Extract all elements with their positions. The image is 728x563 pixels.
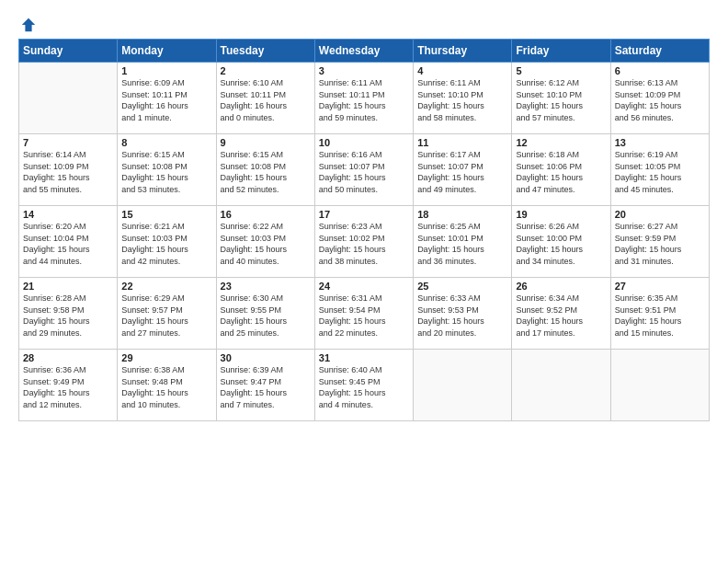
day-info: Sunrise: 6:15 AM Sunset: 10:08 PM Daylig… [121, 149, 211, 195]
calendar-cell: 12Sunrise: 6:18 AM Sunset: 10:06 PM Dayl… [512, 134, 610, 206]
calendar-week-row: 1Sunrise: 6:09 AM Sunset: 10:11 PM Dayli… [19, 63, 710, 134]
day-info: Sunrise: 6:13 AM Sunset: 10:09 PM Daylig… [615, 77, 705, 123]
day-number: 23 [221, 281, 311, 292]
day-number: 17 [319, 209, 409, 220]
day-number: 1 [121, 65, 211, 76]
day-number: 7 [23, 137, 113, 148]
day-number: 12 [516, 137, 606, 148]
calendar-cell: 22Sunrise: 6:29 AM Sunset: 9:57 PM Dayli… [118, 278, 216, 350]
day-number: 18 [417, 209, 507, 220]
day-info: Sunrise: 6:28 AM Sunset: 9:58 PM Dayligh… [23, 293, 113, 339]
day-info: Sunrise: 6:35 AM Sunset: 9:51 PM Dayligh… [615, 293, 705, 339]
calendar-cell: 3Sunrise: 6:11 AM Sunset: 10:11 PM Dayli… [314, 63, 413, 134]
day-info: Sunrise: 6:25 AM Sunset: 10:01 PM Daylig… [417, 221, 507, 267]
calendar-cell: 4Sunrise: 6:11 AM Sunset: 10:10 PM Dayli… [414, 63, 512, 134]
day-number: 11 [417, 137, 507, 148]
calendar-cell: 6Sunrise: 6:13 AM Sunset: 10:09 PM Dayli… [610, 63, 709, 134]
calendar-day-header: Tuesday [216, 40, 314, 63]
day-number: 20 [615, 209, 705, 220]
day-number: 13 [615, 137, 705, 148]
day-info: Sunrise: 6:34 AM Sunset: 9:52 PM Dayligh… [516, 293, 606, 339]
calendar-cell: 2Sunrise: 6:10 AM Sunset: 10:11 PM Dayli… [216, 63, 314, 134]
day-info: Sunrise: 6:30 AM Sunset: 9:55 PM Dayligh… [221, 293, 311, 339]
day-number: 9 [221, 137, 311, 148]
calendar-week-row: 7Sunrise: 6:14 AM Sunset: 10:09 PM Dayli… [19, 134, 710, 206]
calendar-cell [512, 350, 610, 421]
calendar-cell: 1Sunrise: 6:09 AM Sunset: 10:11 PM Dayli… [118, 63, 216, 134]
day-info: Sunrise: 6:09 AM Sunset: 10:11 PM Daylig… [121, 77, 211, 123]
calendar-week-row: 14Sunrise: 6:20 AM Sunset: 10:04 PM Dayl… [19, 206, 710, 278]
day-info: Sunrise: 6:11 AM Sunset: 10:10 PM Daylig… [417, 77, 507, 123]
calendar-cell: 24Sunrise: 6:31 AM Sunset: 9:54 PM Dayli… [314, 278, 413, 350]
calendar-day-header: Monday [118, 40, 216, 63]
day-number: 19 [516, 209, 606, 220]
day-info: Sunrise: 6:16 AM Sunset: 10:07 PM Daylig… [319, 149, 409, 195]
calendar-header-row: SundayMondayTuesdayWednesdayThursdayFrid… [19, 40, 710, 63]
header [18, 17, 710, 29]
day-info: Sunrise: 6:38 AM Sunset: 9:48 PM Dayligh… [121, 364, 211, 410]
calendar-cell: 9Sunrise: 6:15 AM Sunset: 10:08 PM Dayli… [216, 134, 314, 206]
calendar-table: SundayMondayTuesdayWednesdayThursdayFrid… [18, 39, 710, 421]
day-info: Sunrise: 6:23 AM Sunset: 10:02 PM Daylig… [319, 221, 409, 267]
calendar-day-header: Sunday [19, 40, 118, 63]
calendar-cell: 23Sunrise: 6:30 AM Sunset: 9:55 PM Dayli… [216, 278, 314, 350]
calendar-cell [19, 63, 118, 134]
calendar-cell: 5Sunrise: 6:12 AM Sunset: 10:10 PM Dayli… [512, 63, 610, 134]
day-number: 21 [23, 281, 113, 292]
day-number: 16 [221, 209, 311, 220]
calendar-cell: 26Sunrise: 6:34 AM Sunset: 9:52 PM Dayli… [512, 278, 610, 350]
day-info: Sunrise: 6:29 AM Sunset: 9:57 PM Dayligh… [121, 293, 211, 339]
day-info: Sunrise: 6:18 AM Sunset: 10:06 PM Daylig… [516, 149, 606, 195]
page: SundayMondayTuesdayWednesdayThursdayFrid… [0, 0, 728, 563]
day-number: 2 [221, 65, 311, 76]
day-number: 4 [417, 65, 507, 76]
day-info: Sunrise: 6:11 AM Sunset: 10:11 PM Daylig… [319, 77, 409, 123]
day-number: 30 [221, 352, 311, 363]
day-number: 25 [417, 281, 507, 292]
day-info: Sunrise: 6:17 AM Sunset: 10:07 PM Daylig… [417, 149, 507, 195]
day-number: 28 [23, 352, 113, 363]
day-info: Sunrise: 6:22 AM Sunset: 10:03 PM Daylig… [221, 221, 311, 267]
calendar-week-row: 21Sunrise: 6:28 AM Sunset: 9:58 PM Dayli… [19, 278, 710, 350]
day-info: Sunrise: 6:21 AM Sunset: 10:03 PM Daylig… [121, 221, 211, 267]
day-info: Sunrise: 6:36 AM Sunset: 9:49 PM Dayligh… [23, 364, 113, 410]
calendar-day-header: Friday [512, 40, 610, 63]
calendar-cell: 13Sunrise: 6:19 AM Sunset: 10:05 PM Dayl… [610, 134, 709, 206]
logo-icon [20, 17, 37, 33]
calendar-cell: 28Sunrise: 6:36 AM Sunset: 9:49 PM Dayli… [19, 350, 118, 421]
calendar-cell: 21Sunrise: 6:28 AM Sunset: 9:58 PM Dayli… [19, 278, 118, 350]
day-number: 15 [121, 209, 211, 220]
day-info: Sunrise: 6:33 AM Sunset: 9:53 PM Dayligh… [417, 293, 507, 339]
day-info: Sunrise: 6:19 AM Sunset: 10:05 PM Daylig… [615, 149, 705, 195]
calendar-cell [610, 350, 709, 421]
day-info: Sunrise: 6:27 AM Sunset: 9:59 PM Dayligh… [615, 221, 705, 267]
day-number: 14 [23, 209, 113, 220]
day-info: Sunrise: 6:14 AM Sunset: 10:09 PM Daylig… [23, 149, 113, 195]
calendar-cell [414, 350, 512, 421]
day-info: Sunrise: 6:15 AM Sunset: 10:08 PM Daylig… [221, 149, 311, 195]
calendar-cell: 11Sunrise: 6:17 AM Sunset: 10:07 PM Dayl… [414, 134, 512, 206]
day-number: 26 [516, 281, 606, 292]
day-number: 29 [121, 352, 211, 363]
calendar-cell: 20Sunrise: 6:27 AM Sunset: 9:59 PM Dayli… [610, 206, 709, 278]
day-info: Sunrise: 6:31 AM Sunset: 9:54 PM Dayligh… [319, 293, 409, 339]
day-number: 3 [319, 65, 409, 76]
calendar-cell: 27Sunrise: 6:35 AM Sunset: 9:51 PM Dayli… [610, 278, 709, 350]
calendar-cell: 25Sunrise: 6:33 AM Sunset: 9:53 PM Dayli… [414, 278, 512, 350]
calendar-cell: 19Sunrise: 6:26 AM Sunset: 10:00 PM Dayl… [512, 206, 610, 278]
calendar-cell: 8Sunrise: 6:15 AM Sunset: 10:08 PM Dayli… [118, 134, 216, 206]
day-number: 10 [319, 137, 409, 148]
day-number: 22 [121, 281, 211, 292]
day-number: 8 [121, 137, 211, 148]
day-info: Sunrise: 6:40 AM Sunset: 9:45 PM Dayligh… [319, 364, 409, 410]
calendar-day-header: Thursday [414, 40, 512, 63]
calendar-cell: 10Sunrise: 6:16 AM Sunset: 10:07 PM Dayl… [314, 134, 413, 206]
logo [18, 17, 37, 29]
calendar-cell: 30Sunrise: 6:39 AM Sunset: 9:47 PM Dayli… [216, 350, 314, 421]
svg-marker-0 [22, 18, 35, 31]
calendar-cell: 31Sunrise: 6:40 AM Sunset: 9:45 PM Dayli… [314, 350, 413, 421]
calendar-cell: 16Sunrise: 6:22 AM Sunset: 10:03 PM Dayl… [216, 206, 314, 278]
day-info: Sunrise: 6:12 AM Sunset: 10:10 PM Daylig… [516, 77, 606, 123]
day-info: Sunrise: 6:26 AM Sunset: 10:00 PM Daylig… [516, 221, 606, 267]
calendar-cell: 15Sunrise: 6:21 AM Sunset: 10:03 PM Dayl… [118, 206, 216, 278]
